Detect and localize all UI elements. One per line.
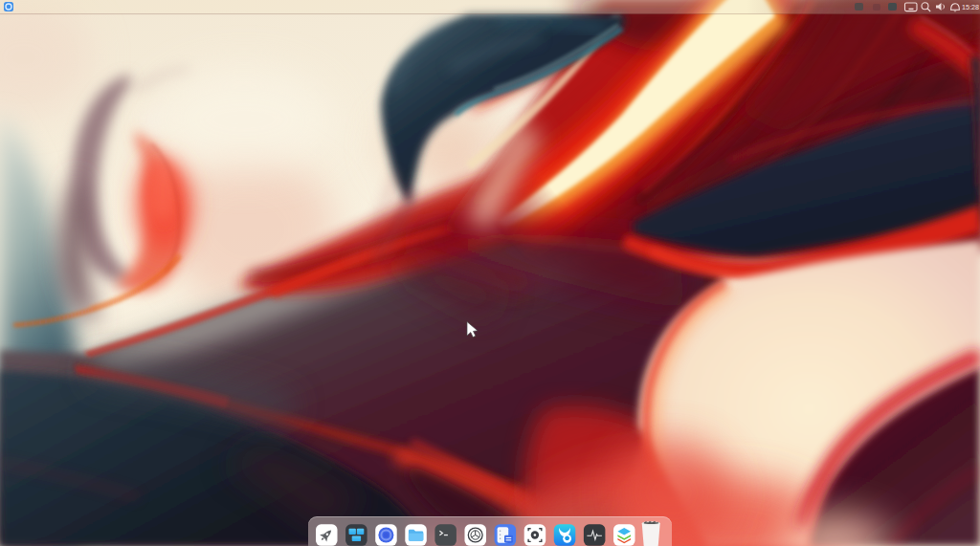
svg-text:15:28: 15:28 <box>962 3 979 11</box>
